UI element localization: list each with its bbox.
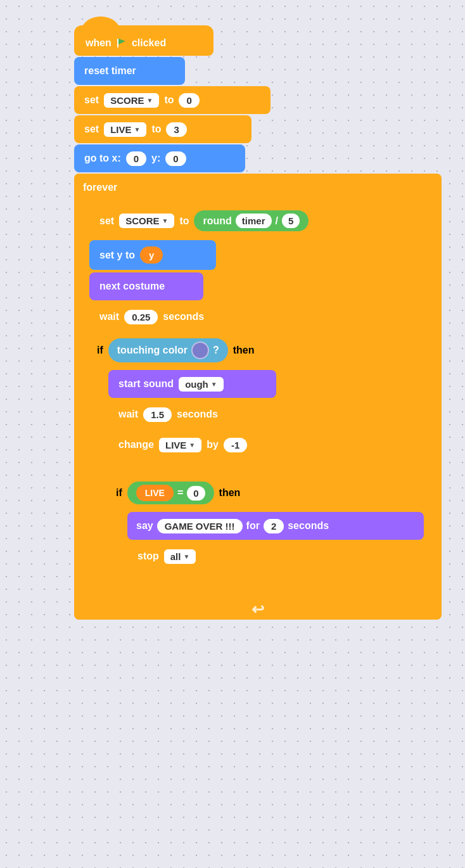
live-var-block: LIVE	[136, 485, 174, 501]
five-input[interactable]: 5	[282, 214, 300, 228]
live-dropdown-2[interactable]: LIVE ▼	[159, 438, 201, 452]
live-equals-block: LIVE = 0	[127, 482, 214, 504]
timer-input: timer	[236, 214, 272, 228]
x-value-input[interactable]: 0	[126, 151, 146, 166]
set-score-round-block[interactable]: set SCORE ▼ to round timer / 5	[89, 204, 412, 238]
forever-header: forever	[74, 174, 442, 201]
change-live-block[interactable]: change LIVE ▼ by -1	[108, 431, 305, 459]
wait-15-input[interactable]: 1.5	[143, 407, 172, 422]
set-label-1: set	[84, 94, 99, 106]
y-var-block: y	[140, 246, 163, 264]
goto-label: go to x:	[84, 153, 121, 164]
minus-one-input[interactable]: -1	[224, 438, 247, 452]
forever-footer: ↩	[74, 599, 442, 620]
stop-label: stop	[137, 551, 159, 562]
reset-timer-label: reset timer	[84, 65, 136, 77]
say-block[interactable]: say GAME OVER !!! for 2 seconds	[127, 512, 424, 540]
set-live-block[interactable]: set LIVE ▼ to 3	[74, 115, 252, 143]
all-dropdown[interactable]: all ▼	[164, 549, 196, 564]
goto-xy-block[interactable]: go to x: 0 y: 0	[74, 144, 245, 172]
two-input[interactable]: 2	[264, 519, 284, 533]
forever-block: forever set SCORE ▼ to round timer /	[74, 174, 442, 620]
question-mark: ?	[213, 345, 219, 356]
game-over-input[interactable]: GAME OVER !!!	[157, 519, 243, 533]
zero-input[interactable]: 0	[187, 486, 205, 501]
start-sound-block[interactable]: start sound ough ▼	[108, 370, 276, 398]
wait-15-block[interactable]: wait 1.5 seconds	[108, 400, 270, 428]
next-costume-label: next costume	[99, 281, 165, 292]
next-costume-block[interactable]: next costume	[89, 272, 203, 300]
forever-inner: set SCORE ▼ to round timer / 5	[74, 201, 442, 599]
clicked-label: clicked	[132, 37, 166, 49]
score-value-input[interactable]: 0	[179, 93, 199, 108]
equals-label: =	[177, 487, 183, 499]
round-label: round	[203, 215, 231, 227]
divide-label: /	[276, 215, 278, 227]
flag-icon	[115, 37, 128, 49]
svg-rect-0	[117, 39, 118, 48]
scratch-program: when clicked reset timer set SCORE ▼ to …	[74, 25, 442, 843]
touching-color-label: touching color	[117, 345, 188, 356]
if-label-1: if	[97, 345, 103, 356]
dropdown-arrow: ▼	[146, 97, 153, 104]
if-live-footer	[108, 573, 429, 582]
seconds-label-1: seconds	[163, 311, 204, 322]
wait-025-block[interactable]: wait 0.25 seconds	[89, 303, 251, 331]
live-value-input[interactable]: 3	[166, 122, 186, 137]
score-dropdown-2[interactable]: SCORE ▼	[119, 214, 174, 228]
wait-label-1: wait	[99, 311, 119, 322]
wait-label-2: wait	[118, 409, 138, 420]
for-label: for	[246, 520, 260, 532]
live-dropdown[interactable]: LIVE ▼	[104, 122, 146, 137]
if-touching-header: if touching color ? then	[89, 333, 434, 367]
when-clicked-block[interactable]: when clicked	[74, 25, 213, 56]
say-label: say	[136, 520, 153, 532]
if-label-2: if	[116, 487, 122, 499]
ough-dropdown[interactable]: ough ▼	[179, 377, 224, 392]
if-touching-footer	[89, 584, 434, 597]
change-label: change	[118, 439, 154, 450]
set-y-block[interactable]: set y to y	[89, 240, 216, 270]
forever-label: forever	[83, 182, 117, 193]
then-label-2: then	[219, 487, 241, 499]
set-y-label: set y to	[99, 250, 135, 261]
set-score-block[interactable]: set SCORE ▼ to 0	[74, 86, 271, 114]
touching-color-block[interactable]: touching color ?	[108, 338, 228, 362]
y-label: y:	[151, 153, 160, 164]
to-label-3: to	[179, 215, 189, 227]
seconds-label-2: seconds	[177, 409, 218, 420]
if-touching-wrapper: if touching color ? then start sound oug…	[89, 333, 434, 597]
when-label: when	[86, 37, 111, 49]
set-label-2: set	[84, 124, 99, 135]
wait-025-input[interactable]: 0.25	[124, 310, 158, 324]
y-value-input[interactable]: 0	[165, 151, 186, 166]
stop-block[interactable]: stop all ▼	[127, 542, 254, 570]
if-live-wrapper: if LIVE = 0 then	[108, 476, 429, 582]
then-label-1: then	[233, 345, 255, 356]
start-sound-label: start sound	[118, 378, 174, 390]
to-label-2: to	[151, 124, 161, 135]
loop-arrow-icon: ↩	[252, 601, 264, 618]
if-live-inner: say GAME OVER !!! for 2 seconds	[108, 509, 429, 573]
if-inner: start sound ough ▼ wait 1.5 seconds	[89, 367, 434, 584]
if-live-header: if LIVE = 0 then	[108, 476, 429, 509]
reset-timer-block[interactable]: reset timer	[74, 57, 185, 85]
set-label-3: set	[99, 215, 114, 227]
to-label-1: to	[164, 94, 174, 106]
round-block: round timer / 5	[194, 210, 309, 231]
spacer-row	[108, 461, 371, 474]
seconds-label-3: seconds	[288, 520, 329, 532]
by-label: by	[207, 439, 219, 450]
score-dropdown[interactable]: SCORE ▼	[104, 93, 159, 108]
dropdown-arrow-2: ▼	[134, 126, 140, 133]
color-swatch[interactable]	[191, 341, 209, 359]
